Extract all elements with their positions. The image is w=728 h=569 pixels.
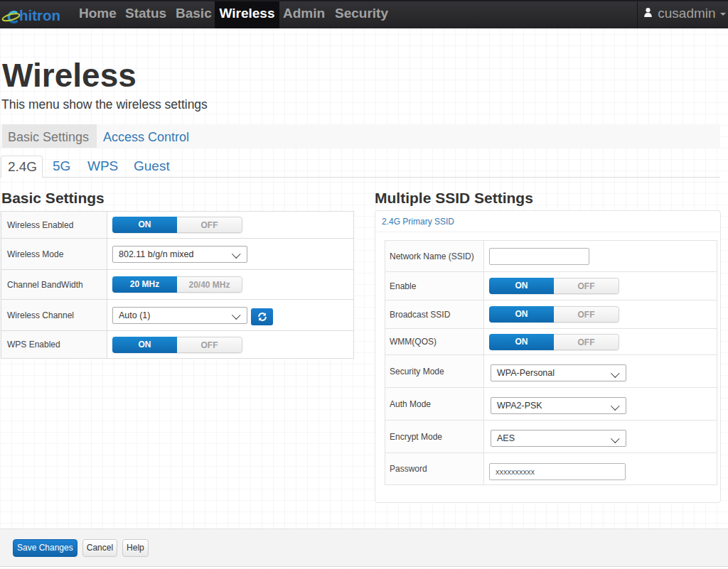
svg-text:hitron: hitron [19, 7, 60, 23]
